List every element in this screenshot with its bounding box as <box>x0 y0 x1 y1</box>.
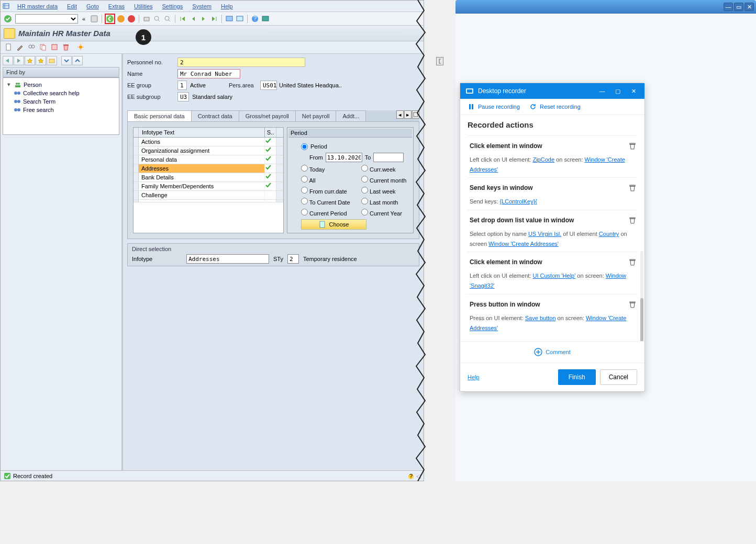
infotype-field[interactable] <box>186 254 269 264</box>
new-session-icon[interactable] <box>225 14 234 24</box>
radio-current-period[interactable] <box>301 209 308 216</box>
add-comment-row[interactable]: Comment <box>460 341 644 362</box>
object-tree[interactable]: ▾ Person Collective search help Search T… <box>3 77 119 135</box>
menu-settings[interactable]: Settings <box>158 2 187 11</box>
display-icon[interactable] <box>28 43 36 52</box>
radio-all[interactable] <box>301 176 308 183</box>
recorded-action-card[interactable]: Click element in windowLeft click on UI … <box>468 252 637 293</box>
recorder-close-icon[interactable]: ✕ <box>628 85 639 97</box>
menu-goto[interactable]: Goto <box>82 2 103 11</box>
tree-folder-icon[interactable] <box>47 56 57 65</box>
menu-help[interactable]: Help <box>217 2 237 11</box>
radio-current-month[interactable] <box>361 176 368 183</box>
recorder-minimize-icon[interactable]: ― <box>596 85 608 97</box>
print-icon[interactable] <box>142 14 151 24</box>
radio-curr-week[interactable] <box>361 165 368 172</box>
win-minimize-icon[interactable]: ― <box>724 3 733 11</box>
infotype-row[interactable]: Family Member/Dependents <box>134 182 283 191</box>
infotype-row[interactable]: Addresses <box>134 164 283 173</box>
recorder-maximize-icon[interactable]: ▢ <box>612 85 624 97</box>
infotype-row[interactable]: Organizational assignment <box>134 146 283 155</box>
tab-contract-data[interactable]: Contract data <box>191 110 239 121</box>
infotype-row[interactable]: Bank Details <box>134 173 283 182</box>
delimit-icon[interactable] <box>51 43 59 52</box>
win-close-icon[interactable]: ✕ <box>744 3 754 11</box>
expand-combo-icon[interactable]: « <box>79 14 88 24</box>
find-icon[interactable] <box>152 14 162 24</box>
tab-gross-net-payroll[interactable]: Gross/net payroll <box>239 110 296 121</box>
create-icon[interactable] <box>5 43 13 52</box>
change-icon[interactable] <box>16 43 25 52</box>
menu-system[interactable]: System <box>188 2 216 11</box>
recorded-action-card[interactable]: Press button in windowPress on UI elemen… <box>468 294 637 336</box>
menu-edit[interactable]: Edit <box>63 2 81 11</box>
tab-list-icon[interactable] <box>412 110 419 119</box>
tree-expand-icon[interactable] <box>72 56 83 65</box>
infotype-row[interactable]: Personal data <box>134 155 283 164</box>
command-field[interactable] <box>15 14 78 24</box>
tab-scroll-right-icon[interactable]: ▸ <box>404 110 412 119</box>
tree-expand-toggle-icon[interactable]: ▾ <box>7 81 12 88</box>
back-button-highlighted[interactable] <box>105 14 115 24</box>
status-help-icon[interactable]: ? <box>408 473 414 480</box>
reset-recording-button[interactable]: Reset recording <box>529 103 581 110</box>
sty-field[interactable] <box>287 254 299 264</box>
from-date-field[interactable] <box>326 153 362 162</box>
radio-current-year[interactable] <box>361 209 368 216</box>
pers-no-field[interactable] <box>177 58 305 67</box>
overview-icon[interactable] <box>77 43 85 52</box>
tree-fav-icon[interactable] <box>25 56 35 65</box>
recorded-action-card[interactable]: Send keys in windowSend keys: {LControlK… <box>468 177 637 210</box>
copy-icon[interactable] <box>39 43 48 52</box>
pers-no-search-help-icon[interactable] <box>436 57 443 65</box>
enter-icon[interactable] <box>4 15 12 23</box>
prev-page-icon[interactable] <box>188 14 198 24</box>
find-next-icon[interactable] <box>163 14 172 24</box>
first-page-icon[interactable] <box>178 14 187 24</box>
cancel-icon[interactable] <box>127 14 136 24</box>
infotype-col-status[interactable]: S.. <box>264 128 276 137</box>
radio-to-current-date[interactable] <box>301 198 308 205</box>
help-btn-icon[interactable]: ? <box>250 14 260 24</box>
infotype-row[interactable]: Challenge <box>134 191 283 200</box>
recorder-scrollbar[interactable] <box>640 251 643 341</box>
menu-extras[interactable]: Extras <box>104 2 129 11</box>
tree-fav2-icon[interactable] <box>36 56 46 65</box>
tab-net-payroll[interactable]: Net payroll <box>295 110 337 121</box>
next-page-icon[interactable] <box>199 14 208 24</box>
tree-collapse-icon[interactable] <box>61 56 72 65</box>
delete-action-icon[interactable] <box>629 184 636 191</box>
infotype-col-text[interactable]: Infotype Text <box>139 128 264 137</box>
delete-action-icon[interactable] <box>629 258 636 266</box>
win-restore-icon[interactable]: ▭ <box>734 3 743 11</box>
menu-hr-master-data[interactable]: HR master data <box>13 2 62 11</box>
tab-addt-[interactable]: Addt... <box>336 110 366 121</box>
shortcut-icon[interactable] <box>235 14 244 24</box>
choose-button[interactable]: Choose <box>301 219 366 230</box>
tree-item-collective[interactable]: Collective search help <box>5 89 117 97</box>
radio-today[interactable] <box>301 165 308 172</box>
delete-action-icon[interactable] <box>629 301 636 308</box>
pause-recording-button[interactable]: Pause recording <box>468 103 520 110</box>
recorded-action-card[interactable]: Set drop down list value in windowSelect… <box>468 210 637 252</box>
tree-item-search-term[interactable]: Search Term <box>5 97 117 106</box>
radio-period[interactable] <box>301 143 308 150</box>
tree-item-free-search[interactable]: Free search <box>5 106 117 114</box>
radio-last-week[interactable] <box>361 187 368 194</box>
delete-icon[interactable] <box>62 43 71 52</box>
save-icon[interactable] <box>90 14 99 24</box>
tab-basic-personal-data[interactable]: Basic personal data <box>127 110 192 121</box>
radio-from-curr-date[interactable] <box>301 187 308 194</box>
cancel-button[interactable]: Cancel <box>600 369 637 385</box>
infotype-row[interactable]: Actions <box>134 138 283 146</box>
menu-utilities[interactable]: Utilities <box>130 2 157 11</box>
tab-scroll-left-icon[interactable]: ◂ <box>396 110 404 119</box>
radio-last-month[interactable] <box>361 198 368 205</box>
tree-root-person[interactable]: ▾ Person <box>5 80 117 89</box>
tree-nav-back-icon[interactable] <box>3 56 13 65</box>
status-menu-icon[interactable]: ◁ <box>416 473 420 480</box>
delete-action-icon[interactable] <box>629 142 636 150</box>
recorder-help-link[interactable]: Help <box>468 374 480 380</box>
layout-icon[interactable] <box>261 14 270 24</box>
tree-nav-fwd-icon[interactable] <box>14 56 24 65</box>
